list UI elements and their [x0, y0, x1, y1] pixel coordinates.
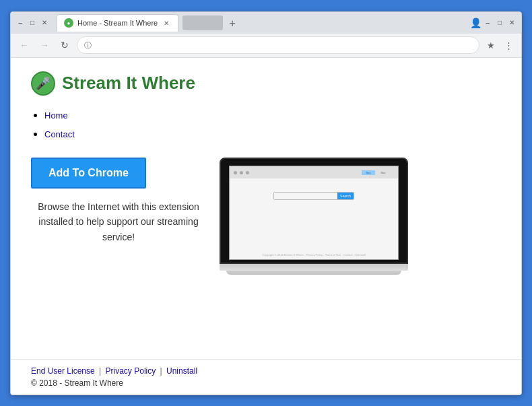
nav-link-contact[interactable]: Contact [44, 129, 75, 139]
tab-favicon: ● [64, 18, 73, 28]
star-icon[interactable]: ★ [484, 38, 498, 53]
screen-nav-btn-1: Nav [362, 170, 375, 175]
laptop-screen-outer: Nav Nav Search Copyright © 2018 Stre [220, 158, 408, 264]
menu-icon[interactable]: ⋮ [501, 38, 516, 53]
nav-item-home: Home [44, 106, 501, 125]
screen-header: Nav Nav [230, 166, 398, 178]
page-footer: End User License | Privacy Policy | Unin… [11, 359, 521, 395]
site-logo-icon: 🎤 [31, 71, 55, 96]
screen-dot-1 [234, 171, 237, 174]
site-title: Stream It Where [62, 73, 195, 94]
maximize-button[interactable]: □ [28, 19, 36, 27]
url-bar[interactable]: ⓘ [77, 36, 479, 54]
footer-sep-1: | [99, 366, 101, 376]
page-content: pc 🎤 Stream It Where Home Contact [11, 58, 521, 395]
minimize-icon[interactable]: ‒ [484, 19, 492, 27]
tab-close-button[interactable]: ✕ [162, 18, 171, 28]
main-section: Add To Chrome Browse the Internet with t… [31, 158, 501, 275]
browser-window: ‒ □ ✕ ● Home - Stream It Where ✕ + 👤 ‒ □… [10, 11, 522, 395]
footer-links: End User License | Privacy Policy | Unin… [31, 366, 501, 376]
tab-title: Home - Stream It Where [77, 19, 158, 27]
restore-icon[interactable]: □ [496, 19, 504, 27]
add-to-chrome-button[interactable]: Add To Chrome [31, 158, 146, 189]
screen-dot-2 [240, 171, 243, 174]
screen-footer: Copyright © 2018 Stream It Where - Priva… [230, 253, 398, 257]
footer-link-privacy[interactable]: Privacy Policy [106, 366, 156, 376]
active-tab[interactable]: ● Home - Stream It Where ✕ [57, 14, 178, 32]
screen-search-button: Search [337, 193, 354, 199]
address-bar: ← → ↻ ⓘ ★ ⋮ [11, 34, 521, 58]
close-button[interactable]: ✕ [40, 19, 48, 27]
screen-search-area: Search [230, 178, 398, 207]
nav-item-contact: Contact [44, 125, 501, 144]
tab-spacer [182, 15, 223, 30]
screen-nav-btn-2: Nav [376, 170, 390, 175]
laptop-bottom [226, 271, 401, 275]
window-controls: ‒ □ ✕ [16, 19, 48, 27]
user-icon[interactable]: 👤 [471, 19, 479, 27]
nav-link-home[interactable]: Home [44, 110, 68, 121]
screen-dot-3 [246, 171, 249, 174]
site-header: 🎤 Stream It Where [31, 71, 501, 96]
footer-copyright: © 2018 - Stream It Where [31, 378, 501, 388]
footer-sep-2: | [160, 366, 162, 376]
refresh-button[interactable]: ↻ [57, 37, 73, 53]
laptop-image: Nav Nav Search Copyright © 2018 Stre [220, 158, 408, 275]
description-text: Browse the Internet with this extension … [31, 199, 206, 244]
forward-button[interactable]: → [36, 37, 53, 53]
back-button[interactable]: ← [16, 37, 32, 53]
footer-link-uninstall[interactable]: Uninstall [166, 366, 197, 376]
minimize-button[interactable]: ‒ [16, 19, 24, 27]
laptop-base [220, 264, 408, 271]
title-bar: ‒ □ ✕ ● Home - Stream It Where ✕ + 👤 ‒ □… [11, 12, 521, 34]
url-actions: ★ ⋮ [484, 38, 516, 53]
info-icon: ⓘ [84, 40, 92, 50]
laptop-screen-inner: Nav Nav Search Copyright © 2018 Stre [229, 166, 399, 260]
footer-link-eula[interactable]: End User License [31, 366, 95, 376]
left-column: Add To Chrome Browse the Internet with t… [31, 158, 206, 244]
close-icon[interactable]: ✕ [508, 19, 516, 27]
laptop-container: Nav Nav Search Copyright © 2018 Stre [220, 158, 408, 275]
new-tab-button[interactable]: + [224, 15, 240, 32]
tab-area: ● Home - Stream It Where ✕ + [57, 14, 467, 32]
site-nav: Home Contact [31, 106, 501, 145]
screen-nav-area: Nav Nav [358, 169, 394, 176]
screen-search-bar: Search [273, 192, 354, 200]
